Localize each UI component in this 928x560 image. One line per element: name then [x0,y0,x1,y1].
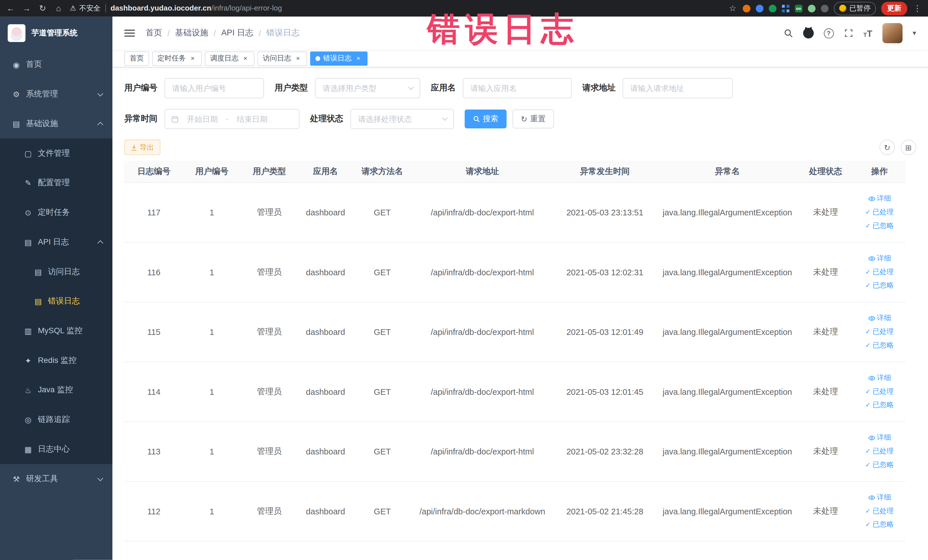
request-url-input[interactable] [623,78,733,98]
user-avatar[interactable] [882,23,903,43]
mark-ignored-link[interactable]: ✓ 已忽略 [865,281,894,290]
sidebar-item-file[interactable]: ▢ 文件管理 [0,138,112,168]
sidebar-item-redis[interactable]: ✦ Redis 监控 [0,346,112,375]
sidebar-item-job[interactable]: ⊙ 定时任务 [0,198,112,227]
clock-icon: ⊙ [24,208,32,217]
browser-home-icon[interactable]: ⌂ [54,4,63,12]
search-icon [473,116,480,123]
menu-toggle[interactable] [124,30,135,37]
user-type-select[interactable] [315,78,420,98]
font-size-icon[interactable]: TT [863,29,872,38]
extension-icon-paw[interactable] [821,5,829,12]
breadcrumb-infra[interactable]: 基础设施 [175,28,208,38]
mark-processed-link[interactable]: ✓ 已处理 [865,386,894,397]
update-button[interactable]: 更新 [881,2,907,15]
sidebar-item-mysql[interactable]: ▥ MySQL 监控 [0,316,112,346]
detail-link[interactable]: 详细 [868,313,891,323]
end-date-input[interactable] [231,114,273,123]
mark-ignored-link[interactable]: ✓ 已忽略 [865,519,894,529]
security-chip[interactable]: ⚠ 不安全 [70,3,101,13]
date-range-picker[interactable]: - [165,109,299,129]
breadcrumb-separator: / [259,29,261,38]
sidebar-item-java[interactable]: ♨ Java 监控 [0,375,112,405]
search-icon[interactable] [783,29,793,38]
detail-link[interactable]: 详细 [868,433,891,443]
close-icon[interactable]: × [294,55,302,62]
app-logo: 芋道管理系统 [0,17,112,50]
app-name-input[interactable] [463,78,572,98]
user-id-input[interactable] [165,78,264,98]
paused-badge[interactable]: 已暂停 [834,2,876,15]
back-icon[interactable]: ← [6,4,15,12]
extension-icon-green[interactable] [769,5,777,12]
detail-link[interactable]: 详细 [868,253,891,263]
mark-processed-link[interactable]: ✓ 已处理 [865,327,894,337]
mark-processed-link[interactable]: ✓ 已处理 [865,267,894,277]
close-icon[interactable]: × [241,55,249,62]
process-status-select-input[interactable] [350,109,454,129]
sidebar-item-trace[interactable]: ◎ 链路追踪 [0,405,112,435]
chevron-down-icon [97,90,103,96]
log-center-icon: ▦ [24,445,32,453]
search-button[interactable]: 搜索 [465,110,507,128]
help-icon[interactable]: ? [824,28,833,38]
sidebar-item-api-log[interactable]: ▤ API 日志 [0,227,112,257]
breadcrumb-home[interactable]: 首页 [145,28,162,38]
database-icon: ▥ [24,327,32,335]
sidebar-item-config[interactable]: ✎ 配置管理 [0,168,112,198]
tab-job[interactable]: 定时任务 × [152,51,202,65]
start-date-input[interactable] [181,114,224,123]
sidebar-item-system[interactable]: ⚙ 系统管理 [0,79,112,109]
detail-link-label: 详细 [877,313,891,323]
extension-icon-on-toggle[interactable]: on [795,5,803,12]
reload-icon[interactable]: ↻ [38,4,47,12]
address-bar[interactable]: ⚠ 不安全 dashboard.yudao.iocoder.cn/infra/l… [70,3,282,13]
sidebar-item-access-log[interactable]: ▤ 访问日志 [0,257,112,287]
mark-ignored-link[interactable]: ✓ 已忽略 [865,340,894,350]
mark-processed-link[interactable]: ✓ 已处理 [865,207,894,217]
mark-ignored-label: 已忽略 [872,400,894,410]
mark-ignored-link[interactable]: ✓ 已忽略 [865,221,894,231]
table-row: 117 1 管理员 dashboard GET /api/infra/db-do… [124,182,905,242]
cell-actions: 详细 ✓ 已处理 ✓ 已忽略 [853,242,906,302]
extension-icon-blue-drop[interactable] [756,5,763,12]
sidebar-item-log-center[interactable]: ▦ 日志中心 [0,435,112,464]
breadcrumb-separator: / [214,29,216,38]
mark-ignored-link[interactable]: ✓ 已忽略 [865,400,894,410]
user-type-select-input[interactable] [315,78,420,98]
column-settings-button[interactable]: ⊞ [901,140,916,155]
extension-icon-grid[interactable] [782,5,790,12]
forward-icon[interactable]: → [22,4,31,12]
mark-processed-link[interactable]: ✓ 已处理 [865,446,894,456]
sidebar-item-error-log[interactable]: ▤ 错误日志 [0,287,112,316]
tab-schedule-log[interactable]: 调度日志 × [205,51,255,65]
github-icon[interactable] [803,28,814,38]
cell-time: 2021-05-02 21:45:28 [553,481,657,541]
mark-processed-link[interactable]: ✓ 已处理 [865,506,894,516]
detail-link[interactable]: 详细 [868,492,891,502]
close-icon[interactable]: × [189,55,197,62]
tab-home[interactable]: 首页 [124,51,149,65]
extension-icon-leaf[interactable] [808,5,816,12]
sidebar-item-infra[interactable]: ▤ 基础设施 [0,109,112,139]
refresh-icon-button[interactable]: ↻ [879,140,895,155]
extension-icon-orange[interactable] [743,5,751,12]
sidebar-item-home[interactable]: ◉ 首页 [0,50,112,79]
process-status-select[interactable] [350,109,454,129]
reset-button[interactable]: ↻ 重置 [513,110,554,128]
detail-link[interactable]: 详细 [868,373,891,383]
url-text[interactable]: dashboard.yudao.iocoder.cn/infra/log/api… [110,4,282,12]
check-icon: ✓ [865,328,871,335]
close-icon[interactable]: × [355,55,362,62]
bookmark-star-icon[interactable]: ☆ [728,4,737,12]
tab-access-log[interactable]: 访问日志 × [257,51,307,65]
avatar-caret-icon[interactable]: ▾ [913,29,916,37]
export-button[interactable]: 导出 [124,140,160,155]
tab-error-log[interactable]: 错误日志 × [310,51,368,65]
kebab-menu-icon[interactable]: ⋮ [913,4,922,12]
mark-ignored-link[interactable]: ✓ 已忽略 [865,460,894,470]
sidebar-item-dev-tools[interactable]: ⚒ 研发工具 [0,464,112,493]
detail-link[interactable]: 详细 [868,194,891,203]
breadcrumb-api-log[interactable]: API 日志 [221,28,253,38]
fullscreen-icon[interactable] [844,29,853,38]
